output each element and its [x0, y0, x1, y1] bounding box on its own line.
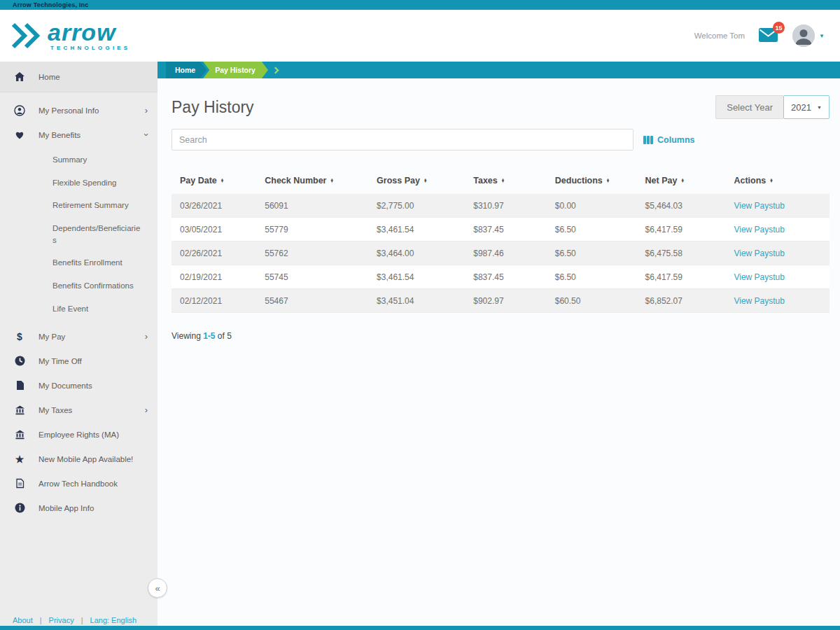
table-header-row: Pay Date ▲▼ Check Number ▲▼ Gross Pay ▲▼…	[172, 167, 830, 194]
year-select-value: 2021	[791, 102, 811, 113]
sidebar: Home My Personal Info › My Benefits › Su…	[0, 62, 158, 630]
sidebar-item-handbook[interactable]: Arrow Tech Handbook	[0, 471, 158, 496]
arrow-logo: arrow TECHNOLOGIES	[10, 20, 130, 51]
submenu-item-summary[interactable]: Summary	[0, 148, 158, 172]
footer-links: About | Privacy | Lang: English	[13, 616, 136, 624]
sidebar-collapse-button[interactable]: «	[148, 578, 167, 598]
language-link[interactable]: Lang: English	[90, 616, 137, 624]
messages-button[interactable]: 15	[759, 28, 778, 43]
dollar-icon: $	[13, 332, 27, 342]
sort-icon: ▲▼	[330, 178, 333, 183]
sidebar-item-my-documents[interactable]: My Documents	[0, 373, 158, 398]
sidebar-item-my-benefits[interactable]: My Benefits ›	[0, 122, 158, 147]
benefits-submenu: Summary Flexible Spending Retirement Sum…	[0, 147, 158, 324]
sort-icon: ▲▼	[680, 178, 684, 183]
pagination-range: 1-5	[203, 331, 215, 341]
sidebar-item-my-pay[interactable]: $ My Pay ›	[0, 324, 158, 349]
about-link[interactable]: About	[13, 616, 33, 624]
home-icon	[13, 71, 27, 82]
breadcrumb-home[interactable]: Home	[166, 62, 206, 78]
header-deductions[interactable]: Deductions ▲▼	[547, 176, 637, 186]
submenu-item-dependents-beneficiaries[interactable]: Dependents/Beneficiaries	[0, 217, 158, 251]
submenu-item-flexible-spending[interactable]: Flexible Spending	[0, 172, 158, 195]
unread-count-badge: 15	[773, 22, 785, 34]
search-input[interactable]	[172, 129, 634, 150]
company-name: Arrow Technologies, Inc	[13, 1, 88, 8]
sort-icon: ▲▼	[606, 178, 610, 183]
separator: |	[81, 616, 83, 624]
logo-subtitle: TECHNOLOGIES	[50, 46, 130, 51]
year-filter: Select Year 2021 ▼	[715, 95, 830, 119]
table-row: 03/05/2021 55779 $3,461.54 $837.45 $6.50…	[172, 218, 830, 241]
avatar	[792, 24, 815, 47]
chevron-right-icon: ›	[145, 332, 148, 341]
table-row: 02/19/2021 55745 $3,461.54 $837.45 $6.50…	[172, 265, 830, 289]
document-icon	[13, 380, 27, 391]
header-check-number[interactable]: Check Number ▲▼	[256, 176, 368, 186]
logo-chevrons-icon	[10, 22, 42, 50]
breadcrumb-chevron-icon	[272, 66, 279, 74]
table-row: 02/12/2021 55467 $3,451.04 $902.97 $60.5…	[172, 289, 830, 313]
logo-wordmark: arrow	[48, 20, 130, 44]
sort-icon: ▲▼	[769, 178, 773, 183]
chevron-right-icon: ›	[145, 106, 148, 115]
year-select[interactable]: 2021 ▼	[783, 95, 830, 119]
columns-button[interactable]: Columns	[643, 135, 694, 145]
chevron-down-icon: ›	[141, 133, 150, 136]
header-net-pay[interactable]: Net Pay ▲▼	[637, 176, 726, 186]
header-actions[interactable]: Actions ▲▼	[725, 176, 816, 186]
separator: |	[40, 616, 42, 624]
sidebar-item-employee-rights[interactable]: Employee Rights (MA)	[0, 422, 158, 447]
user-menu[interactable]: ▼	[792, 24, 825, 47]
table-row: 03/26/2021 56091 $2,775.00 $310.97 $0.00…	[172, 194, 830, 218]
bottom-bar	[0, 626, 840, 630]
sort-icon: ▲▼	[424, 178, 427, 183]
view-paystub-link[interactable]: View Paystub	[734, 225, 785, 234]
breadcrumb-current: Pay History	[203, 62, 268, 78]
header-pay-date[interactable]: Pay Date ▲▼	[172, 176, 256, 186]
view-paystub-link[interactable]: View Paystub	[734, 201, 785, 211]
view-paystub-link[interactable]: View Paystub	[734, 296, 785, 306]
view-paystub-link[interactable]: View Paystub	[734, 272, 785, 282]
heart-icon	[13, 130, 27, 140]
clock-icon	[13, 356, 27, 366]
submenu-item-life-event[interactable]: Life Event	[0, 298, 158, 321]
info-icon	[13, 503, 27, 513]
submenu-item-benefits-confirmations[interactable]: Benefits Confirmations	[0, 274, 158, 298]
sidebar-item-mobile-app-info[interactable]: Mobile App Info	[0, 496, 158, 520]
sidebar-item-new-mobile-app[interactable]: ★ New Mobile App Available!	[0, 447, 158, 471]
welcome-text: Welcome Tom	[694, 31, 745, 40]
star-icon: ★	[13, 454, 27, 464]
sidebar-item-my-time-off[interactable]: My Time Off	[0, 349, 158, 373]
privacy-link[interactable]: Privacy	[49, 616, 74, 624]
company-bar: Arrow Technologies, Inc	[0, 0, 840, 10]
sort-icon: ▲▼	[501, 178, 505, 183]
select-year-label: Select Year	[715, 95, 783, 119]
app-header: arrow TECHNOLOGIES Welcome Tom 15 ▼	[0, 10, 840, 62]
sidebar-item-home[interactable]: Home	[0, 62, 158, 92]
breadcrumb: Home Pay History	[158, 62, 840, 78]
page-title: Pay History	[172, 98, 254, 117]
header-gross-pay[interactable]: Gross Pay ▲▼	[368, 176, 465, 186]
pay-history-table: Pay Date ▲▼ Check Number ▲▼ Gross Pay ▲▼…	[172, 167, 830, 313]
person-icon	[13, 105, 27, 116]
view-paystub-link[interactable]: View Paystub	[734, 248, 785, 258]
chevron-down-icon: ▼	[819, 33, 825, 39]
chevron-right-icon: ›	[145, 405, 148, 414]
collapse-icon: «	[155, 583, 160, 594]
sort-icon: ▲▼	[220, 178, 224, 183]
main-content: Pay History Select Year 2021 ▼	[158, 78, 840, 630]
table-row: 02/26/2021 55762 $3,464.00 $987.46 $6.50…	[172, 241, 830, 265]
sidebar-item-my-taxes[interactable]: My Taxes ›	[0, 398, 158, 422]
chevron-down-icon: ▼	[817, 105, 822, 110]
handbook-icon	[13, 478, 27, 489]
pagination-status: Viewing 1-5 of 5	[172, 331, 830, 341]
submenu-item-retirement-summary[interactable]: Retirement Summary	[0, 194, 158, 217]
header-taxes[interactable]: Taxes ▲▼	[465, 176, 547, 186]
bank-icon	[13, 405, 27, 415]
submenu-item-benefits-enrollment[interactable]: Benefits Enrollment	[0, 251, 158, 274]
columns-icon	[643, 136, 653, 144]
sidebar-item-my-personal-info[interactable]: My Personal Info ›	[0, 98, 158, 122]
bank-icon	[13, 429, 27, 440]
